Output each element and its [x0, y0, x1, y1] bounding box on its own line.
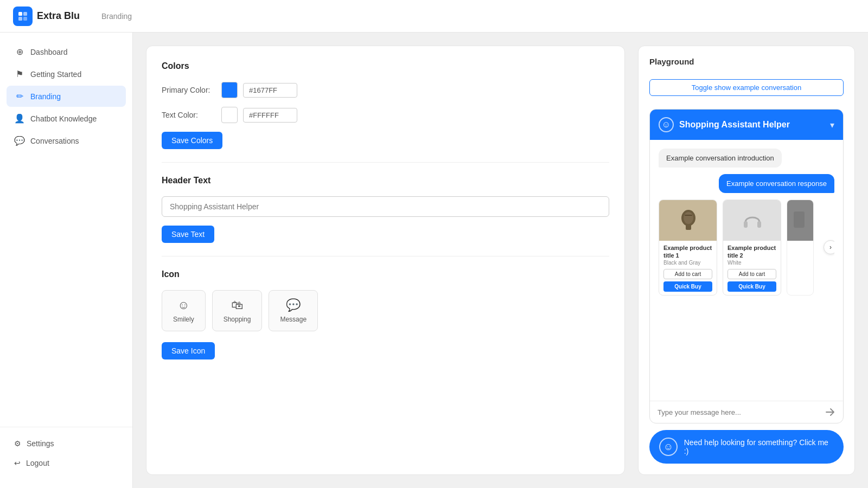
chat-body: Example conversation introduction Exampl…	[650, 140, 843, 401]
playground-title: Playground	[649, 57, 844, 66]
save-icon-button[interactable]: Save Icon	[162, 342, 215, 359]
product-image-2	[723, 200, 781, 241]
svg-rect-0	[18, 12, 22, 16]
svg-rect-7	[685, 215, 692, 216]
sidebar-item-getting-started[interactable]: ⚑ Getting Started	[7, 63, 126, 85]
svg-rect-3	[23, 17, 27, 21]
left-panel: Colors Primary Color: Text Color: Save C…	[146, 46, 625, 475]
product-card-2: Example product title 2 White Add to car…	[723, 200, 781, 296]
header-text-input[interactable]	[162, 196, 609, 217]
sidebar-item-label: Chatbot Knowledge	[30, 114, 97, 123]
cta-icon: ☺	[659, 438, 678, 456]
app-wrapper: Extra Blu Branding ⊕ Dashboard ⚑ Getting…	[0, 0, 868, 488]
product-image-1	[659, 200, 717, 241]
shopping-label: Shopping	[224, 316, 251, 323]
toggle-conversation-button[interactable]: Toggle show example conversation	[649, 79, 844, 96]
sidebar-item-conversations[interactable]: 💬 Conversations	[7, 130, 126, 151]
primary-color-row: Primary Color:	[162, 82, 609, 98]
product-card-body-2: Example product title 2 White Add to car…	[723, 241, 781, 295]
main-layout: ⊕ Dashboard ⚑ Getting Started ✏ Branding…	[0, 33, 868, 488]
chat-input[interactable]	[658, 408, 820, 416]
svg-rect-8	[744, 221, 748, 228]
product-title-1: Example product title 1	[663, 244, 712, 260]
product-card-body-1: Example product title 1 Black and Gray A…	[659, 241, 717, 295]
sidebar-item-label: Branding	[30, 92, 61, 101]
sidebar-item-dashboard[interactable]: ⊕ Dashboard	[7, 41, 126, 62]
cta-text: Need help looking for something? Click m…	[684, 438, 834, 455]
primary-color-label: Primary Color:	[162, 86, 216, 94]
logo-text: Extra Blu	[37, 10, 80, 22]
logo-area: Extra Blu	[13, 7, 80, 26]
smilely-symbol: ☺	[177, 298, 189, 312]
chat-intro-bubble: Example conversation introduction	[659, 149, 782, 168]
icon-option-shopping[interactable]: 🛍 Shopping	[212, 290, 263, 331]
getting-started-icon: ⚑	[14, 69, 25, 79]
content-area: Colors Primary Color: Text Color: Save C…	[133, 33, 868, 488]
product-subtitle-2: White	[727, 260, 776, 266]
quick-buy-button-2[interactable]: Quick Buy	[727, 281, 776, 292]
sidebar-item-chatbot-knowledge[interactable]: 👤 Chatbot Knowledge	[7, 108, 126, 129]
chatbot-icon: 👤	[14, 113, 25, 124]
chat-input-area	[650, 401, 843, 423]
header-text-section-title: Header Text	[162, 176, 609, 185]
sidebar-item-label: Getting Started	[30, 70, 81, 79]
product-cards-row: Example product title 1 Black and Gray A…	[659, 200, 834, 296]
quick-buy-button-1[interactable]: Quick Buy	[663, 281, 712, 292]
chat-header-icon: ☺	[659, 117, 674, 132]
product-title-2: Example product title 2	[727, 244, 776, 260]
icon-section: Icon ☺ Smilely 🛍 Shopping 💬 Message	[162, 269, 609, 359]
sidebar-item-label: Dashboard	[30, 48, 68, 56]
add-to-cart-button-1[interactable]: Add to cart	[663, 269, 712, 279]
settings-icon: ⚙	[14, 439, 21, 448]
carousel-next-button[interactable]: ›	[824, 240, 834, 254]
chat-header: ☺ Shopping Assistant Helper ▾	[650, 110, 843, 140]
logout-label: Logout	[26, 459, 49, 467]
svg-rect-9	[757, 221, 761, 228]
icon-section-title: Icon	[162, 269, 609, 279]
icon-option-message[interactable]: 💬 Message	[269, 290, 318, 331]
text-color-label: Text Color:	[162, 111, 216, 119]
sidebar: ⊕ Dashboard ⚑ Getting Started ✏ Branding…	[0, 33, 133, 488]
icon-option-smilely[interactable]: ☺ Smilely	[162, 290, 206, 331]
logout-icon: ↩	[14, 459, 21, 467]
primary-color-input[interactable]	[243, 83, 297, 98]
svg-rect-2	[18, 17, 22, 21]
save-text-button[interactable]: Save Text	[162, 226, 214, 243]
sidebar-item-branding[interactable]: ✏ Branding	[7, 86, 126, 107]
breadcrumb: Branding	[101, 12, 132, 21]
save-colors-button[interactable]: Save Colors	[162, 132, 222, 149]
header-text-section: Header Text Save Text	[162, 176, 609, 243]
chat-response-bubble: Example conversation response	[719, 174, 834, 193]
chat-header-title: Shopping Assistant Helper	[679, 120, 790, 130]
cta-bubble[interactable]: ☺ Need help looking for something? Click…	[649, 430, 844, 464]
colors-section: Colors Primary Color: Text Color: Save C…	[162, 61, 609, 149]
message-label: Message	[280, 316, 307, 323]
product-image-3	[787, 200, 814, 241]
text-color-swatch[interactable]	[221, 107, 238, 123]
svg-point-5	[684, 212, 693, 224]
logo-icon	[13, 7, 33, 26]
svg-rect-6	[686, 224, 691, 230]
sidebar-nav: ⊕ Dashboard ⚑ Getting Started ✏ Branding…	[0, 41, 132, 427]
product-card-1: Example product title 1 Black and Gray A…	[659, 200, 717, 296]
chat-header-left: ☺ Shopping Assistant Helper	[659, 117, 790, 132]
message-symbol: 💬	[286, 298, 301, 312]
primary-color-swatch[interactable]	[221, 82, 238, 98]
smilely-label: Smilely	[173, 316, 194, 323]
sidebar-item-label: Conversations	[30, 137, 79, 145]
chat-widget: ☺ Shopping Assistant Helper ▾ Example co…	[649, 109, 844, 423]
add-to-cart-button-2[interactable]: Add to cart	[727, 269, 776, 279]
sidebar-item-logout[interactable]: ↩ Logout	[7, 453, 126, 473]
sidebar-item-settings[interactable]: ⚙ Settings	[7, 434, 126, 453]
product-card-3	[787, 200, 814, 296]
chevron-down-icon[interactable]: ▾	[830, 120, 834, 130]
conversations-icon: 💬	[14, 136, 25, 146]
text-color-input[interactable]	[243, 108, 297, 123]
settings-label: Settings	[27, 439, 54, 448]
chat-send-button[interactable]	[825, 407, 835, 418]
playground-panel: Playground Toggle show example conversat…	[638, 46, 855, 475]
colors-section-title: Colors	[162, 61, 609, 71]
icon-selector: ☺ Smilely 🛍 Shopping 💬 Message	[162, 290, 609, 331]
branding-icon: ✏	[14, 91, 25, 101]
svg-rect-1	[23, 12, 27, 16]
